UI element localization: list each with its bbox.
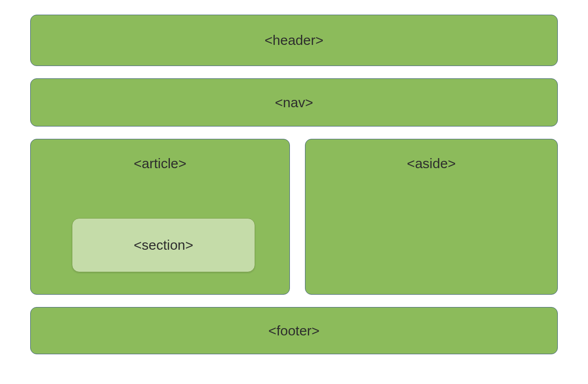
middle-row: <article> <section> <aside>	[30, 139, 558, 295]
article-element-box: <article> <section>	[30, 139, 290, 295]
footer-element-box: <footer>	[30, 307, 558, 354]
aside-label: <aside>	[407, 156, 456, 171]
section-label: <section>	[134, 237, 193, 253]
header-label: <header>	[265, 33, 323, 48]
footer-label: <footer>	[268, 323, 320, 339]
nav-label: <nav>	[275, 95, 313, 110]
aside-element-box: <aside>	[305, 139, 558, 295]
nav-element-box: <nav>	[30, 78, 558, 126]
header-element-box: <header>	[30, 15, 558, 66]
article-label: <article>	[134, 156, 186, 171]
section-element-box: <section>	[72, 218, 255, 272]
